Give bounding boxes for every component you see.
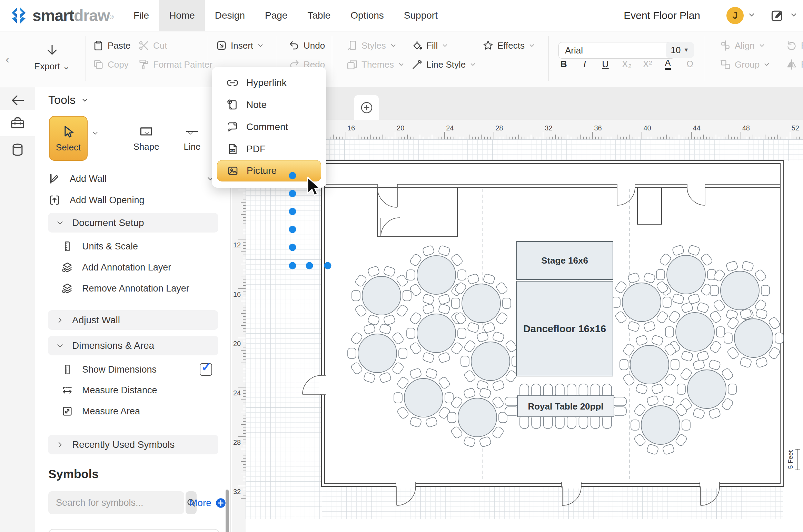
add-wall-opening-button[interactable]: Add Wall Opening bbox=[48, 194, 218, 206]
export-button[interactable]: Export ⌄ bbox=[33, 43, 71, 72]
font-family-input[interactable]: Arial bbox=[558, 42, 675, 59]
section-adjust-wall[interactable]: Adjust Wall bbox=[48, 310, 218, 330]
add-wall-button[interactable]: Add Wall bbox=[48, 173, 218, 185]
menu-item-file[interactable]: File bbox=[123, 0, 159, 31]
rail-item-tools[interactable] bbox=[0, 110, 35, 136]
symbol-search-input[interactable] bbox=[48, 497, 186, 508]
section-document-setup[interactable]: Document Setup bbox=[48, 213, 218, 233]
superscript-button[interactable]: X² bbox=[640, 57, 655, 72]
group-icon bbox=[720, 59, 731, 70]
rotate-button[interactable]: Rotate bbox=[786, 38, 803, 53]
layers-remove-icon bbox=[61, 283, 73, 294]
group-button[interactable]: Group bbox=[720, 57, 771, 72]
undo-button[interactable]: Undo bbox=[288, 38, 325, 53]
styles-icon bbox=[346, 40, 358, 51]
remove-annotation-layer-button[interactable]: Remove Annotation Layer bbox=[61, 283, 218, 294]
chevron-down-icon bbox=[528, 42, 536, 49]
collapse-toolbar-icon[interactable]: ‹ bbox=[6, 52, 9, 66]
add-annotation-layer-button[interactable]: Add Annotation Layer bbox=[61, 262, 218, 273]
cut-button[interactable]: Cut bbox=[138, 38, 167, 53]
flip-icon bbox=[786, 59, 797, 70]
menu-item-support[interactable]: Support bbox=[394, 0, 448, 31]
copy-button[interactable]: Copy bbox=[92, 57, 129, 72]
menu-item-home[interactable]: Home bbox=[159, 0, 205, 31]
back-arrow-icon bbox=[10, 93, 25, 108]
main-menu: FileHomeDesignPageTableOptionsSupport bbox=[123, 0, 448, 31]
database-icon bbox=[10, 142, 25, 157]
effects-button[interactable]: Effects bbox=[482, 38, 536, 53]
smartdraw-logo[interactable]: smartdraw® bbox=[10, 5, 113, 26]
paste-icon bbox=[92, 40, 104, 51]
note-icon bbox=[226, 99, 239, 111]
tools-panel-heading[interactable]: Tools bbox=[48, 93, 89, 107]
line-style-button[interactable]: Line Style bbox=[411, 57, 477, 72]
section-recently-used-symbols[interactable]: Recently Used Symbols bbox=[48, 435, 218, 454]
toolbar: ‹ Export ⌄ PasteCutCopyFormat PainterIns… bbox=[0, 31, 803, 87]
tool-chevron-down-icon[interactable] bbox=[91, 129, 99, 139]
avatar[interactable]: J bbox=[726, 7, 744, 24]
menu-item-page[interactable]: Page bbox=[255, 0, 297, 31]
picture-icon bbox=[227, 165, 239, 177]
measure-distance-button[interactable]: Measure Distance bbox=[61, 384, 218, 396]
underline-button[interactable]: U bbox=[598, 57, 613, 72]
share-edit-icon[interactable] bbox=[770, 8, 785, 25]
chevron-down-icon bbox=[56, 218, 65, 227]
show-dimensions-checkbox[interactable]: ✓ bbox=[200, 363, 212, 376]
measure-area-icon bbox=[61, 405, 73, 417]
menu-item-design[interactable]: Design bbox=[205, 0, 255, 31]
insert-icon bbox=[216, 40, 227, 51]
align-button[interactable]: Align bbox=[720, 38, 766, 53]
flip-button[interactable]: Flip bbox=[786, 57, 803, 72]
insert-dropdown-menu: HyperlinkNoteCommentPDFPDFPicture bbox=[212, 67, 326, 188]
avatar-chevron-down-icon[interactable] bbox=[747, 10, 756, 21]
insert-menu-item-note[interactable]: Note bbox=[212, 94, 326, 116]
rail-item-symbol-library[interactable] bbox=[0, 136, 35, 163]
insert-menu-item-pdf[interactable]: PDFPDF bbox=[212, 138, 326, 160]
add-page-button[interactable] bbox=[354, 95, 379, 120]
insert-menu-item-comment[interactable]: Comment bbox=[212, 116, 326, 138]
brush-icon bbox=[138, 59, 150, 70]
left-icon-rail bbox=[0, 87, 35, 532]
paste-button[interactable]: Paste bbox=[92, 38, 131, 53]
bold-button[interactable]: B bbox=[556, 57, 571, 72]
insert-button[interactable]: Insert bbox=[216, 38, 264, 53]
share-chevron-down-icon[interactable] bbox=[789, 10, 798, 21]
pdf-icon: PDF bbox=[226, 143, 239, 155]
tool-chevron-down-icon[interactable] bbox=[186, 129, 195, 139]
comment-icon bbox=[226, 121, 239, 133]
chevron-down-icon bbox=[758, 42, 766, 49]
subscript-button[interactable]: X₂ bbox=[619, 57, 634, 72]
pen-wall-icon bbox=[48, 173, 61, 185]
themes-button[interactable]: Themes bbox=[346, 57, 405, 72]
styles-button[interactable]: Styles bbox=[346, 38, 397, 53]
insert-menu-item-hyperlink[interactable]: Hyperlink bbox=[212, 72, 326, 94]
wall-opening-icon bbox=[48, 194, 61, 206]
show-dimensions-button[interactable]: Show Dimensions✓ bbox=[61, 363, 218, 376]
section-dimensions-area[interactable]: Dimensions & Area bbox=[48, 336, 218, 355]
chevron-down-icon bbox=[441, 42, 449, 49]
menu-item-table[interactable]: Table bbox=[297, 0, 340, 31]
align-icon bbox=[720, 40, 731, 51]
format-painter-button[interactable]: Format Painter bbox=[138, 57, 212, 72]
units-scale-button[interactable]: Units & Scale bbox=[61, 240, 218, 252]
fill-button[interactable]: Fill bbox=[411, 38, 449, 53]
link-icon bbox=[226, 77, 239, 89]
document-title: Event Floor Plan bbox=[586, 0, 700, 31]
horizontal-ruler: 16202428323640444852 bbox=[246, 120, 803, 139]
font-size-select[interactable]: 10▼ bbox=[666, 42, 694, 58]
symbols-heading: Symbols bbox=[48, 467, 99, 481]
logo-text-draw: draw bbox=[74, 7, 109, 24]
tool-select[interactable]: Select bbox=[49, 116, 88, 161]
menu-item-options[interactable]: Options bbox=[340, 0, 394, 31]
font-color-button[interactable]: A bbox=[660, 57, 675, 72]
undo-icon bbox=[288, 40, 300, 51]
insert-menu-item-picture[interactable]: Picture bbox=[217, 160, 321, 181]
more-symbols-link[interactable]: More bbox=[189, 497, 226, 509]
toolbar-separator bbox=[332, 36, 332, 81]
grid-area bbox=[322, 486, 783, 519]
tool-chevron-down-icon[interactable] bbox=[143, 129, 151, 139]
italic-button[interactable]: I bbox=[577, 57, 592, 72]
panel-scrollbar[interactable] bbox=[226, 490, 229, 532]
measure-area-button[interactable]: Measure Area bbox=[61, 405, 218, 417]
special-character-button[interactable]: Ω bbox=[682, 57, 697, 72]
